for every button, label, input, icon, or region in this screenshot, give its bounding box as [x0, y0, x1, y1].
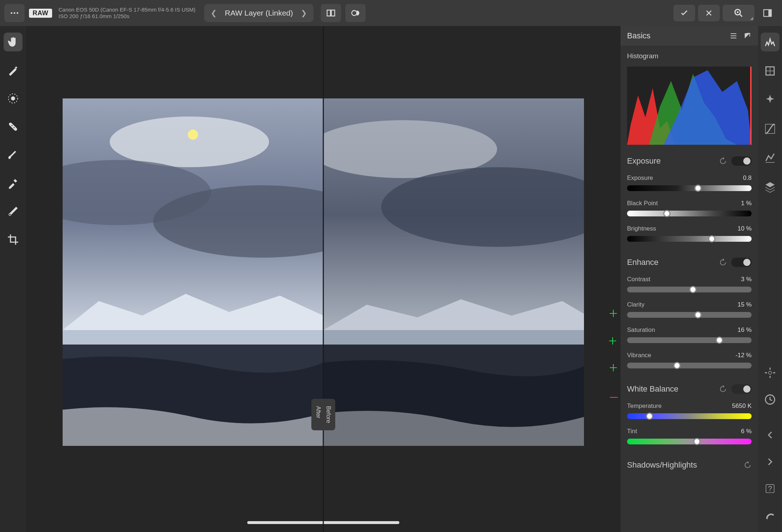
gradient-tool[interactable] — [4, 202, 22, 221]
enhance-toggle[interactable] — [731, 258, 752, 267]
confirm-button[interactable] — [673, 5, 695, 21]
cancel-button[interactable] — [698, 5, 720, 21]
clarity-slider: Clarity15 % — [627, 301, 752, 318]
enhance-title: Enhance — [627, 258, 659, 267]
histogram-graph — [627, 67, 752, 145]
navigator-button[interactable] — [761, 363, 779, 382]
slider-thumb[interactable] — [708, 235, 715, 242]
contrast-track[interactable] — [627, 287, 752, 292]
export-button[interactable] — [761, 506, 779, 525]
eyedropper-tool[interactable] — [4, 174, 22, 193]
brightness-value[interactable]: 10 % — [737, 225, 752, 232]
compare-divider[interactable] — [323, 26, 324, 532]
shadows-title: Shadows/Highlights — [627, 460, 697, 470]
compare-split-button[interactable] — [321, 4, 341, 22]
svg-rect-12 — [8, 122, 18, 131]
tint-label: Tint — [627, 428, 637, 435]
panel-toggle-button[interactable] — [757, 4, 778, 22]
blackpoint-track[interactable] — [627, 211, 752, 216]
radial-tool[interactable] — [4, 89, 22, 108]
saturation-track[interactable] — [627, 337, 752, 343]
svg-point-17 — [110, 117, 269, 167]
slider-thumb[interactable] — [693, 438, 701, 445]
navigator-icon — [764, 367, 776, 379]
brightness-track[interactable] — [627, 236, 752, 242]
meta-camera: Canon EOS 50D (Canon EF-S 17-85mm f/4-5.… — [59, 7, 196, 13]
temperature-track[interactable] — [627, 413, 752, 419]
crop-tab[interactable] — [761, 62, 779, 80]
blackpoint-value[interactable]: 1 % — [741, 200, 752, 207]
undo-button[interactable] — [761, 426, 779, 444]
help-button[interactable]: ? — [761, 479, 779, 498]
saturation-value[interactable]: 16 % — [737, 326, 752, 334]
reset-icon[interactable] — [719, 385, 727, 393]
curves-icon — [764, 123, 776, 135]
compare-circle-button[interactable] — [345, 4, 366, 22]
redo-button[interactable] — [761, 452, 779, 471]
slider-thumb[interactable] — [694, 311, 702, 318]
chevron-right-icon[interactable]: ❯ — [301, 9, 307, 17]
exposure-track[interactable] — [627, 185, 752, 191]
hand-tool[interactable] — [4, 33, 22, 51]
reset-icon[interactable] — [744, 461, 752, 469]
before-after-label: After Before — [311, 399, 335, 430]
clarity-value[interactable]: 15 % — [737, 301, 752, 308]
exposure-slider-value[interactable]: 0.8 — [743, 174, 752, 182]
popout-icon[interactable] — [743, 31, 752, 40]
brush-tool[interactable] — [4, 145, 22, 164]
history-button[interactable] — [761, 390, 779, 409]
presets-tab[interactable] — [761, 90, 779, 109]
adjustments-panel: Basics Histogram Exposure — [621, 26, 758, 532]
svg-point-15 — [9, 214, 11, 216]
panel-title: Basics — [627, 31, 651, 41]
blackpoint-slider: Black Point1 % — [627, 200, 752, 216]
clarity-track[interactable] — [627, 312, 752, 318]
slider-thumb[interactable] — [716, 337, 723, 344]
vibrance-track[interactable] — [627, 363, 752, 368]
tint-value[interactable]: 6 % — [741, 428, 752, 435]
blackpoint-label: Black Point — [627, 200, 658, 207]
detail-icon — [764, 152, 776, 164]
svg-rect-3 — [327, 10, 331, 16]
enhance-section: Enhance — [627, 258, 752, 267]
more-button[interactable] — [4, 4, 25, 22]
whitebalance-section: White Balance — [627, 384, 752, 394]
check-icon — [680, 8, 689, 18]
slider-thumb[interactable] — [689, 286, 697, 293]
heal-tool[interactable] — [4, 117, 22, 136]
slider-thumb[interactable] — [694, 185, 702, 192]
crop-tool[interactable] — [4, 230, 22, 249]
annotation-plus-contrast: + — [609, 305, 618, 322]
layer-label: RAW Layer (Linked) — [225, 9, 293, 17]
histogram[interactable] — [627, 67, 752, 145]
vibrance-value[interactable]: -12 % — [736, 352, 752, 359]
reset-icon[interactable] — [719, 258, 727, 266]
exposure-slider: Exposure0.8 — [627, 174, 752, 191]
eyedropper-icon — [7, 177, 19, 189]
brush-icon — [7, 149, 19, 161]
exposure-toggle[interactable] — [731, 156, 752, 166]
slider-thumb[interactable] — [673, 362, 681, 369]
whitebalance-toggle[interactable] — [731, 384, 752, 394]
slider-thumb[interactable] — [663, 210, 670, 217]
list-icon[interactable] — [729, 31, 738, 40]
tint-track[interactable] — [627, 439, 752, 444]
layers-icon — [764, 181, 776, 193]
temperature-value[interactable]: 5650 K — [732, 402, 752, 410]
curves-tab[interactable] — [761, 119, 779, 138]
svg-text:?: ? — [768, 485, 772, 493]
detail-tab[interactable] — [761, 148, 779, 167]
layers-tab[interactable] — [761, 177, 779, 196]
magic-wand-tool[interactable] — [4, 61, 22, 80]
crop-icon — [7, 233, 19, 246]
reset-icon[interactable] — [719, 157, 727, 165]
contrast-value[interactable]: 3 % — [741, 276, 752, 283]
svg-rect-4 — [331, 10, 335, 16]
canvas[interactable]: After Before + + + – — [26, 26, 621, 532]
layer-selector[interactable]: ❮ RAW Layer (Linked) ❯ — [204, 4, 314, 22]
slider-thumb[interactable] — [646, 413, 653, 420]
left-toolbar — [0, 26, 26, 532]
adjust-tab[interactable] — [761, 33, 779, 51]
chevron-left-icon[interactable]: ❮ — [211, 9, 217, 17]
zoom-button[interactable] — [723, 5, 754, 21]
